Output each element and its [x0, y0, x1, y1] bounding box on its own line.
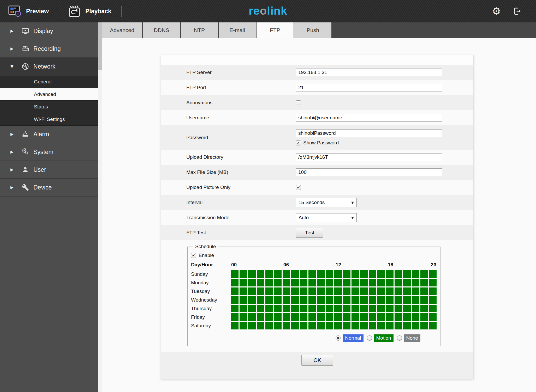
motion-radio[interactable] [367, 335, 372, 341]
schedule-cell[interactable] [274, 305, 282, 312]
schedule-cell[interactable] [360, 279, 368, 286]
schedule-cell[interactable] [369, 313, 376, 321]
playback-nav-button[interactable]: Playback [67, 4, 111, 18]
schedule-cell[interactable] [386, 287, 394, 295]
schedule-cell[interactable] [377, 313, 385, 321]
schedule-cell[interactable] [343, 322, 350, 329]
schedule-cell[interactable] [317, 322, 325, 329]
schedule-cell[interactable] [265, 313, 273, 321]
schedule-cell[interactable] [377, 279, 385, 286]
schedule-cell[interactable] [429, 279, 437, 286]
schedule-cell[interactable] [248, 296, 256, 304]
schedule-cell[interactable] [265, 270, 273, 278]
schedule-cell[interactable] [369, 296, 376, 304]
schedule-cell[interactable] [308, 305, 316, 312]
schedule-cell[interactable] [317, 270, 325, 278]
schedule-cell[interactable] [352, 279, 359, 286]
schedule-cell[interactable] [420, 279, 428, 286]
schedule-cell[interactable] [240, 287, 247, 295]
schedule-cell[interactable] [395, 305, 402, 312]
scrollbar-thumb[interactable] [98, 22, 102, 70]
schedule-cell[interactable] [334, 313, 342, 321]
schedule-cell[interactable] [283, 270, 290, 278]
schedule-cell[interactable] [360, 270, 368, 278]
ok-button[interactable]: OK [301, 355, 333, 366]
schedule-cell[interactable] [326, 305, 333, 312]
schedule-cell[interactable] [420, 296, 428, 304]
schedule-cell[interactable] [291, 305, 299, 312]
interval-select[interactable]: 15 Seconds▼ [296, 198, 357, 207]
schedule-cell[interactable] [231, 322, 239, 329]
schedule-cell[interactable] [248, 287, 256, 295]
schedule-cell[interactable] [248, 270, 256, 278]
schedule-cell[interactable] [395, 270, 402, 278]
upload-directory-input[interactable] [296, 153, 442, 161]
schedule-cell[interactable] [283, 305, 290, 312]
schedule-cell[interactable] [369, 270, 376, 278]
sidebar-item-network[interactable]: ▼Network [0, 58, 98, 76]
sidebar-scrollbar[interactable] [98, 22, 102, 392]
schedule-cell[interactable] [343, 305, 350, 312]
password-input[interactable] [296, 129, 442, 137]
schedule-cell[interactable] [308, 313, 316, 321]
schedule-cell[interactable] [412, 296, 419, 304]
schedule-cell[interactable] [283, 287, 290, 295]
schedule-cell[interactable] [386, 270, 394, 278]
schedule-cell[interactable] [283, 296, 290, 304]
schedule-cell[interactable] [308, 270, 316, 278]
sidebar-item-recording[interactable]: ▶Recording [0, 40, 98, 58]
schedule-cell[interactable] [326, 287, 333, 295]
schedule-cell[interactable] [403, 322, 411, 329]
schedule-cell[interactable] [300, 296, 307, 304]
normal-radio[interactable] [336, 335, 341, 341]
schedule-cell[interactable] [283, 279, 290, 286]
schedule-cell[interactable] [352, 287, 359, 295]
sidebar-item-system[interactable]: ▶⚙⚙System [0, 143, 98, 161]
schedule-cell[interactable] [343, 270, 350, 278]
schedule-cell[interactable] [300, 322, 307, 329]
schedule-cell[interactable] [352, 296, 359, 304]
schedule-cell[interactable] [377, 322, 385, 329]
schedule-cell[interactable] [377, 287, 385, 295]
sidebar-subitem-status[interactable]: Status [0, 101, 98, 113]
schedule-cell[interactable] [360, 322, 368, 329]
schedule-cell[interactable] [360, 313, 368, 321]
schedule-cell[interactable] [308, 279, 316, 286]
schedule-cell[interactable] [326, 296, 333, 304]
schedule-cell[interactable] [343, 279, 350, 286]
schedule-cell[interactable] [429, 305, 437, 312]
schedule-cell[interactable] [240, 322, 247, 329]
schedule-cell[interactable] [300, 279, 307, 286]
schedule-cell[interactable] [317, 305, 325, 312]
schedule-cell[interactable] [265, 296, 273, 304]
sidebar-item-user[interactable]: ▶User [0, 161, 98, 179]
schedule-cell[interactable] [360, 287, 368, 295]
schedule-cell[interactable] [403, 296, 411, 304]
schedule-cell[interactable] [412, 270, 419, 278]
schedule-cell[interactable] [403, 279, 411, 286]
schedule-cell[interactable] [343, 313, 350, 321]
anonymous-checkbox[interactable] [296, 100, 301, 105]
upload-picture-only-checkbox[interactable] [296, 185, 301, 190]
schedule-cell[interactable] [317, 313, 325, 321]
schedule-cell[interactable] [257, 287, 264, 295]
schedule-cell[interactable] [369, 322, 376, 329]
preview-nav-button[interactable]: Preview [8, 4, 49, 18]
settings-gear-icon[interactable]: ⚙ [491, 6, 502, 16]
schedule-cell[interactable] [257, 305, 264, 312]
tab-ftp[interactable]: FTP [257, 22, 294, 38]
schedule-cell[interactable] [308, 296, 316, 304]
schedule-cell[interactable] [369, 279, 376, 286]
sidebar-subitem-advanced[interactable]: Advanced [0, 88, 98, 101]
schedule-cell[interactable] [317, 279, 325, 286]
schedule-cell[interactable] [420, 305, 428, 312]
schedule-cell[interactable] [420, 313, 428, 321]
schedule-cell[interactable] [352, 270, 359, 278]
schedule-cell[interactable] [257, 313, 264, 321]
schedule-cell[interactable] [240, 279, 247, 286]
schedule-cell[interactable] [352, 305, 359, 312]
schedule-cell[interactable] [291, 287, 299, 295]
schedule-cell[interactable] [334, 322, 342, 329]
schedule-cell[interactable] [265, 322, 273, 329]
schedule-cell[interactable] [412, 322, 419, 329]
